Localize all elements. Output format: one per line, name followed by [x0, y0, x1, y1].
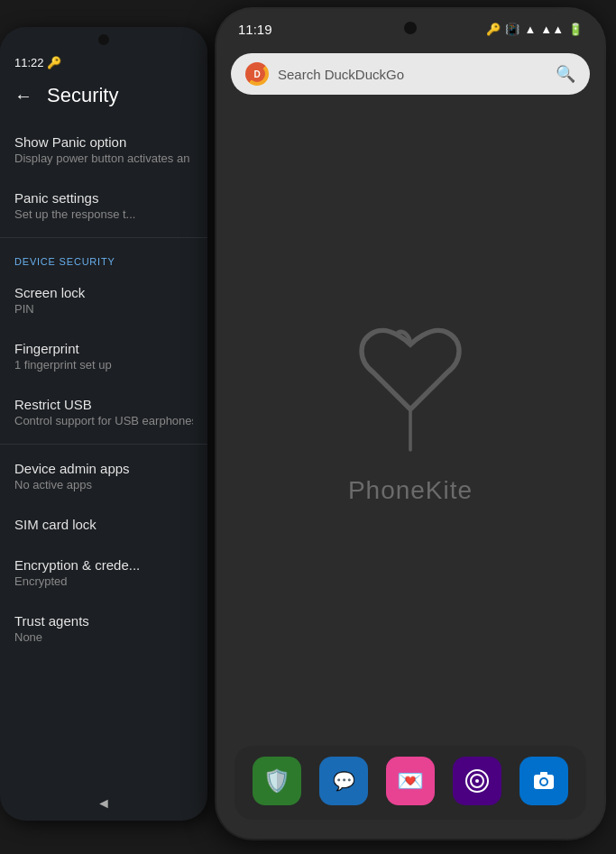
divider-1 [0, 237, 207, 238]
dock-app-4[interactable] [453, 757, 501, 805]
vibrate-icon: 📳 [505, 23, 519, 36]
svg-point-8 [541, 779, 547, 785]
phone-back: 11:22 🔑 ← Security Show Panic option Dis… [0, 27, 207, 821]
key-status-icon: 🔑 [486, 23, 501, 36]
battery-icon: 🔋 [568, 23, 583, 36]
encryption-subtitle: Encrypted [14, 574, 193, 588]
nav-back-button[interactable]: ◄ [290, 836, 325, 839]
nav-recent-button[interactable]: ■ [502, 836, 530, 839]
phone-front: 11:19 🔑 📳 ▲ ▲▲ 🔋 D Search DuckDuckGo 🔍 [216, 9, 604, 839]
front-main-content: D Search DuckDuckGo 🔍 PhoneKite [216, 44, 604, 829]
trust-agents-title: Trust agents [14, 613, 193, 629]
restrict-usb-subtitle: Control support for USB earphones, stora… [14, 414, 193, 427]
screen-lock-subtitle: PIN [14, 302, 193, 316]
nav-home-button[interactable]: ● [400, 836, 428, 839]
panic-settings-subtitle: Set up the response t... [14, 207, 193, 221]
svg-text:D: D [253, 69, 260, 79]
back-key-icon: 🔑 [47, 56, 61, 69]
dock-app-3-icon: 💌 [397, 768, 424, 794]
back-phone-camera [98, 34, 109, 45]
search-placeholder-text: Search DuckDuckGo [278, 67, 547, 82]
panic-settings-title: Panic settings [14, 190, 193, 206]
app-dock: 🛡️ 💬 💌 [234, 746, 586, 820]
sim-card-lock-title: SIM card lock [14, 517, 193, 532]
sim-card-lock-item[interactable]: SIM card lock [0, 504, 207, 545]
restrict-usb-item[interactable]: Restrict USB Control support for USB ear… [0, 384, 207, 440]
back-status-bar: 11:22 🔑 [0, 45, 207, 77]
trust-agents-item[interactable]: Trust agents None [0, 601, 207, 657]
restrict-usb-title: Restrict USB [14, 397, 193, 412]
search-bar[interactable]: D Search DuckDuckGo 🔍 [231, 53, 590, 95]
screen-lock-item[interactable]: Screen lock PIN [0, 272, 207, 328]
encryption-item[interactable]: Encryption & crede... Encrypted [0, 545, 207, 601]
dock-app-1-icon: 🛡️ [263, 768, 290, 794]
phonekite-area: PhoneKite [231, 109, 590, 746]
screen-lock-title: Screen lock [14, 285, 193, 300]
device-admin-subtitle: No active apps [14, 478, 193, 491]
dock-app-5-svg [531, 768, 556, 794]
divider-2 [0, 444, 207, 445]
encryption-title: Encryption & crede... [14, 557, 193, 573]
dock-app-3[interactable]: 💌 [386, 757, 435, 805]
settings-list: Show Panic option Display power button a… [0, 122, 207, 657]
dock-app-4-svg [464, 768, 490, 794]
phonekite-logo [338, 296, 483, 458]
device-security-header: DEVICE SECURITY [0, 242, 207, 272]
svg-point-5 [475, 779, 479, 783]
fingerprint-subtitle: 1 fingerprint set up [14, 358, 193, 372]
duckduckgo-icon: D [245, 62, 269, 86]
security-page-title: Security [47, 84, 118, 107]
show-panic-item[interactable]: Show Panic option Display power button a… [0, 122, 207, 178]
fingerprint-item[interactable]: Fingerprint 1 fingerprint set up [0, 328, 207, 384]
dock-app-1[interactable]: 🛡️ [253, 757, 301, 805]
device-admin-title: Device admin apps [14, 461, 193, 476]
search-bar-container: D Search DuckDuckGo 🔍 [231, 53, 590, 95]
back-time: 11:22 [14, 56, 44, 69]
dock-app-2[interactable]: 💬 [319, 757, 368, 805]
show-panic-title: Show Panic option [14, 134, 193, 150]
signal-icon: ▲▲ [540, 23, 564, 36]
show-panic-subtitle: Display power button activates an emerge… [14, 152, 193, 165]
search-icon: 🔍 [556, 64, 575, 84]
back-nav-button[interactable]: ◄ [97, 795, 111, 812]
fingerprint-title: Fingerprint [14, 341, 193, 356]
trust-agents-subtitle: None [14, 630, 193, 644]
device-admin-item[interactable]: Device admin apps No active apps [0, 448, 207, 504]
panic-settings-item[interactable]: Panic settings Set up the response t... [0, 178, 207, 234]
front-navigation: ◄ ● ■ [216, 829, 604, 839]
dock-app-2-icon: 💬 [333, 770, 355, 792]
front-camera-dot [404, 22, 417, 34]
front-status-icons: 🔑 📳 ▲ ▲▲ 🔋 [486, 23, 583, 36]
front-time: 11:19 [238, 22, 272, 37]
svg-rect-9 [540, 772, 547, 776]
back-arrow-button[interactable]: ← [14, 86, 32, 106]
wifi-icon: ▲ [524, 23, 536, 36]
back-phone-header: ← Security [0, 77, 207, 122]
dock-app-5[interactable] [519, 757, 568, 805]
phonekite-brand-label: PhoneKite [348, 476, 473, 505]
